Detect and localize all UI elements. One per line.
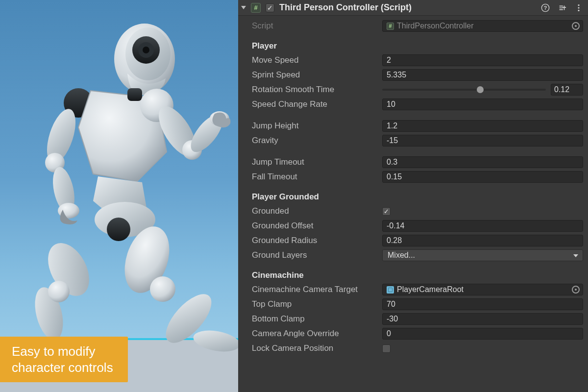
caption-line: character controls — [12, 360, 113, 376]
lock-camera-pos-checkbox[interactable]: ✓ — [382, 344, 391, 353]
grounded-checkbox[interactable]: ✓ — [382, 207, 391, 216]
component-title: Third Person Controller (Script) — [279, 2, 536, 13]
object-picker-icon[interactable] — [572, 286, 580, 294]
section-player: Player — [252, 41, 583, 51]
gravity-label: Gravity — [252, 136, 378, 146]
fall-timeout-label: Fall Timeout — [252, 172, 378, 182]
rotation-smooth-field[interactable]: 0.12 — [551, 84, 583, 96]
section-player-grounded: Player Grounded — [252, 192, 583, 202]
cm-target-field[interactable]: PlayerCameraRoot — [382, 284, 583, 295]
grounded-offset-field[interactable]: -0.14 — [382, 220, 583, 232]
ground-layers-dropdown[interactable]: Mixed... — [382, 249, 583, 261]
preset-icon[interactable] — [558, 3, 566, 12]
jump-height-label: Jump Height — [252, 121, 378, 131]
bottom-clamp-field[interactable]: -30 — [382, 313, 583, 325]
jump-height-field[interactable]: 1.2 — [382, 120, 583, 132]
cm-target-value: PlayerCameraRoot — [397, 285, 464, 294]
fall-timeout-field[interactable]: 0.15 — [382, 171, 583, 183]
camera-angle-override-label: Camera Angle Override — [252, 329, 378, 339]
top-clamp-label: Top Clamp — [252, 299, 378, 309]
grounded-offset-label: Grounded Offset — [252, 221, 378, 231]
inspector-panel: # ✓ Third Person Controller (Script) ? S… — [238, 0, 588, 392]
component-header[interactable]: # ✓ Third Person Controller (Script) ? — [238, 0, 588, 16]
move-speed-field[interactable]: 2 — [382, 54, 583, 66]
rotation-smooth-slider[interactable] — [382, 89, 546, 91]
caption-line: Easy to modify — [12, 343, 113, 360]
enabled-checkbox[interactable]: ✓ — [266, 3, 274, 12]
svg-point-22 — [150, 276, 175, 302]
help-icon[interactable]: ? — [541, 3, 550, 12]
preview-caption: Easy to modify character controls — [0, 337, 128, 382]
grounded-radius-label: Grounded Radius — [252, 236, 378, 245]
script-asset-icon: # — [387, 23, 394, 30]
gameobject-icon — [387, 286, 394, 294]
foldout-arrow-icon[interactable] — [241, 6, 246, 9]
lock-camera-pos-label: Lock Camera Position — [252, 343, 378, 353]
svg-point-29 — [578, 7, 579, 8]
svg-rect-15 — [127, 88, 142, 101]
script-value: ThirdPersonController — [397, 22, 474, 30]
script-icon: # — [251, 3, 261, 13]
object-picker-icon[interactable] — [572, 22, 580, 30]
sprint-speed-field[interactable]: 5.335 — [382, 69, 583, 81]
sprint-speed-label: Sprint Speed — [252, 70, 378, 80]
section-cinemachine: Cinemachine — [252, 270, 583, 280]
speed-change-rate-field[interactable]: 10 — [382, 98, 583, 110]
script-field[interactable]: # ThirdPersonController — [382, 20, 583, 32]
context-menu-icon[interactable] — [574, 3, 583, 12]
scene-preview: Easy to modify character controls — [0, 0, 238, 392]
svg-point-24 — [192, 327, 238, 355]
svg-point-28 — [578, 4, 579, 5]
cm-target-label: Cinemachine Camera Target — [252, 285, 378, 294]
jump-timeout-label: Jump Timeout — [252, 157, 378, 167]
svg-point-25 — [107, 218, 130, 241]
script-label: Script — [252, 21, 378, 31]
svg-text:?: ? — [544, 4, 547, 10]
robot-character — [0, 5, 238, 377]
speed-change-rate-label: Speed Change Rate — [252, 99, 378, 109]
move-speed-label: Move Speed — [252, 55, 378, 65]
gravity-field[interactable]: -15 — [382, 135, 583, 147]
ground-layers-label: Ground Layers — [252, 250, 378, 260]
svg-point-14 — [143, 47, 149, 53]
top-clamp-field[interactable]: 70 — [382, 298, 583, 310]
camera-angle-override-field[interactable]: 0 — [382, 328, 583, 340]
grounded-radius-field[interactable]: 0.28 — [382, 235, 583, 246]
slider-knob[interactable] — [477, 86, 484, 93]
svg-point-2 — [48, 281, 70, 302]
jump-timeout-field[interactable]: 0.3 — [382, 156, 583, 168]
rotation-smooth-label: Rotation Smooth Time — [252, 85, 378, 95]
svg-point-30 — [578, 9, 579, 11]
grounded-label: Grounded — [252, 206, 378, 216]
bottom-clamp-label: Bottom Clamp — [252, 314, 378, 324]
